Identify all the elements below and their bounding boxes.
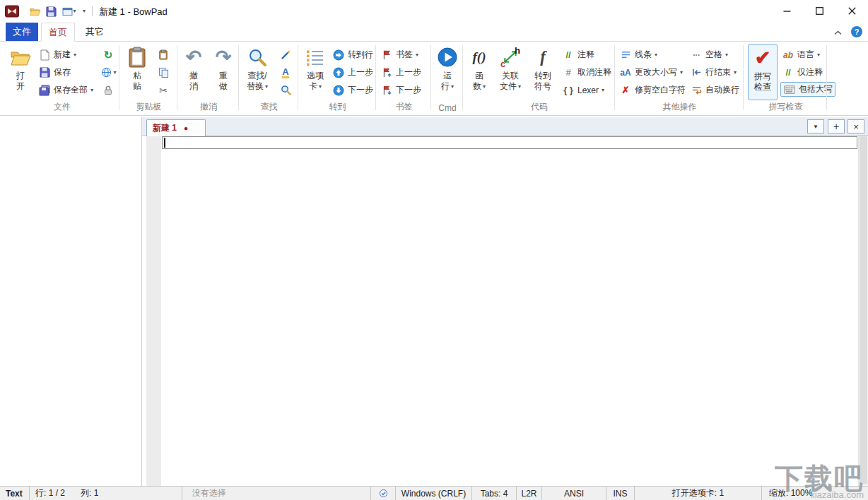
spell-check-label: 拼写 (749, 71, 777, 82)
find-replace-button[interactable]: 查找/ 替换▾ (242, 44, 273, 100)
new-button[interactable]: 新建 ▾ (38, 47, 76, 62)
ribbon: 打 开 新建 ▾ 保存 保存全部 ▾ ↻ ▾ 文件 (0, 41, 868, 116)
close-tab-button[interactable]: × (848, 119, 864, 133)
check-mark-icon: ✔ (749, 44, 777, 71)
dropdown-icon: ▾ (655, 52, 657, 58)
status-zoom[interactable]: 缩放: 100% (762, 487, 868, 500)
open-button[interactable]: 打 开 (7, 44, 34, 100)
qat-window-button[interactable]: ▾ (59, 4, 79, 18)
vertical-scrollbar[interactable] (858, 136, 868, 486)
text-caret (164, 138, 165, 148)
tab-other[interactable]: 其它 (78, 23, 112, 41)
goto-next-button[interactable]: 下一步 (332, 83, 373, 97)
include-uppercase-button[interactable]: 包括大写 (780, 82, 835, 97)
document-tab[interactable]: 新建 1 ● (146, 119, 206, 136)
tab-list-dropdown-button[interactable]: ▼ (807, 119, 824, 133)
goto-prev-button[interactable]: 上一步 (332, 65, 373, 80)
trim-whitespace-button[interactable]: ✗ 修剪空白字符 (619, 83, 686, 97)
app-icon[interactable] (4, 4, 20, 18)
goto-symbol-button[interactable]: f 转到 符号 (528, 44, 558, 100)
help-button[interactable]: ? (851, 26, 862, 37)
goto-symbol-label2: 符号 (528, 81, 558, 92)
find-mark-button[interactable] (276, 47, 295, 62)
bookmark-next-button[interactable]: 下一步 (380, 83, 421, 97)
editor-area[interactable] (142, 136, 868, 486)
reload-button[interactable]: ↻ (98, 47, 118, 62)
status-encoding[interactable]: ANSI (542, 487, 606, 500)
language-icon: ab (782, 49, 794, 61)
qat-customize-button[interactable]: ▾ (79, 4, 89, 18)
readonly-button[interactable] (98, 83, 118, 97)
status-insert-mode[interactable]: INS (606, 487, 635, 500)
symbol-f-icon: f (528, 44, 558, 71)
cut-button[interactable]: ✂ (153, 83, 173, 97)
ribbon-collapse-button[interactable] (831, 28, 844, 37)
paste-special-button[interactable] (153, 47, 173, 62)
qat-save-button[interactable] (43, 4, 59, 18)
left-panel (0, 117, 142, 486)
tab-file[interactable]: 文件 (6, 23, 38, 41)
copy-button[interactable] (153, 65, 173, 80)
lexer-button[interactable]: { } Lexer ▾ (562, 83, 604, 97)
status-doctype[interactable]: Text (0, 487, 30, 500)
save-icon (38, 66, 51, 79)
bookmark-prev-icon (380, 66, 393, 79)
group-separator (743, 45, 744, 110)
tab-home[interactable]: 首页 (41, 23, 75, 42)
group-separator (298, 45, 298, 110)
functions-label2: 数 (473, 81, 481, 92)
related-files-button[interactable]: h c 关联 文件▾ (495, 44, 525, 100)
magnifier-small-icon (279, 84, 292, 97)
new-tab-button[interactable]: + (828, 119, 845, 133)
spell-check-button[interactable]: ✔ 拼写 检查 (748, 44, 778, 100)
run-button[interactable]: 运 行▾ (434, 44, 461, 100)
tab-list-button[interactable]: 选项 卡▾ (301, 44, 329, 100)
statusbar-indicator-icon (379, 489, 388, 498)
uncomment-button[interactable]: # 取消注释 (562, 65, 611, 80)
word-wrap-button[interactable]: 自动换行 (690, 83, 739, 97)
undo-button[interactable]: ↶ 撤 消 (180, 44, 207, 100)
check-comments-only-button[interactable]: // 仅注释 (782, 65, 823, 80)
play-icon (434, 44, 461, 71)
qat-open-button[interactable] (27, 4, 42, 18)
close-button[interactable] (835, 0, 868, 22)
save-button[interactable]: 保存 (38, 65, 71, 80)
scrollbar-thumb[interactable] (860, 136, 867, 484)
paste-button[interactable]: 粘 贴 (124, 44, 151, 100)
related-files-label2: 文件 (500, 81, 517, 92)
arrow-down-icon (332, 84, 345, 97)
status-tabs[interactable]: Tabs: 4 (472, 487, 517, 500)
spaces-button[interactable]: ··· 空格 ▾ (690, 47, 728, 62)
bookmark-prev-button[interactable]: 上一步 (380, 65, 421, 80)
open-label2: 开 (7, 81, 34, 92)
status-direction[interactable]: L2R (517, 487, 542, 500)
lock-icon (102, 84, 115, 97)
group-label: 文件 (6, 101, 119, 113)
comment-button[interactable]: // 注释 (562, 47, 594, 62)
status-indicator[interactable] (371, 487, 396, 500)
scissors-icon: ✂ (159, 85, 168, 96)
bookmark-next-icon (380, 84, 393, 97)
functions-button[interactable]: f() 函 数▾ (466, 44, 493, 100)
language-button[interactable]: ab 语言 ▾ (782, 47, 820, 62)
encoding-button[interactable]: ▾ (96, 65, 120, 80)
maximize-button[interactable] (803, 0, 835, 22)
lines-label: 线条 (635, 49, 652, 61)
dropdown-icon: ▾ (483, 84, 486, 90)
status-line: 行: 1 / 2 (35, 487, 65, 499)
minimize-button[interactable] (770, 0, 803, 22)
bookmark-button[interactable]: 书签 ▾ (380, 47, 418, 62)
ribbon-group-other: 线条 ▾ aA 更改大小写 ▾ ✗ 修剪空白字符 ··· 空格 ▾ 行结束 ▾ … (616, 42, 743, 115)
bookmark-prev-label: 上一步 (396, 66, 421, 78)
ribbon-group-bookmarks: 书签 ▾ 上一步 下一步 书签 (377, 42, 430, 115)
goto-line-button[interactable]: 转到行 (332, 47, 373, 62)
save-all-button[interactable]: 保存全部 ▾ (38, 83, 93, 97)
status-eol[interactable]: Windows (CRLF) (396, 487, 472, 500)
lines-button[interactable]: 线条 ▾ (619, 47, 657, 62)
line-endings-button[interactable]: 行结束 ▾ (690, 65, 737, 80)
group-separator (119, 45, 119, 110)
redo-button[interactable]: ↷ 重 做 (210, 44, 237, 100)
find-highlight-button[interactable]: A (276, 65, 295, 80)
change-case-button[interactable]: aA 更改大小写 ▾ (619, 65, 683, 80)
find-all-button[interactable] (276, 83, 295, 97)
